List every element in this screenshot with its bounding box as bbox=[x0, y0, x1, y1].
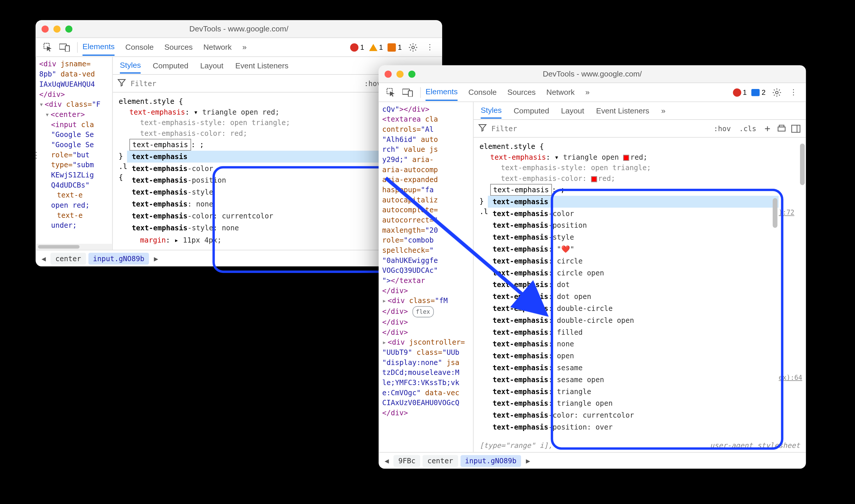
more-menu-icon[interactable]: ⋮ bbox=[422, 39, 437, 55]
type-range-selector: [type="range" i], bbox=[479, 440, 552, 451]
autocomplete-item[interactable]: text-emphasis: filled bbox=[488, 326, 779, 338]
breadcrumb-item[interactable]: center bbox=[51, 252, 86, 264]
breadcrumb-next-icon[interactable]: ▶ bbox=[524, 456, 533, 465]
tab-network[interactable]: Network bbox=[546, 84, 574, 100]
breadcrumb-item[interactable]: center bbox=[423, 455, 458, 467]
autocomplete-item[interactable]: text-emphasis-style bbox=[488, 232, 779, 244]
dom-tree[interactable]: cQv"></div> <textarea cla controls="Al "… bbox=[379, 102, 474, 452]
autocomplete-popup: text-emphasis text-emphasis-color text-e… bbox=[488, 196, 779, 433]
device-toggle-icon[interactable] bbox=[400, 85, 415, 100]
autocomplete-item[interactable]: text-emphasis: circle bbox=[488, 255, 779, 267]
breadcrumb-prev-icon[interactable]: ◀ bbox=[382, 456, 391, 465]
autocomplete-item[interactable]: text-emphasis: circle open bbox=[488, 267, 779, 279]
vertical-scrollbar[interactable] bbox=[800, 144, 805, 185]
issue-badge[interactable]: 1 bbox=[388, 43, 402, 52]
titlebar: DevTools - www.google.com/ bbox=[379, 65, 806, 83]
main-toolbar: Elements Console Sources Network » 1 2 ⋮ bbox=[379, 83, 806, 102]
tabs-more-icon[interactable]: » bbox=[242, 39, 247, 55]
user-agent-stylesheet-label: user-agent stylesheet bbox=[710, 440, 800, 451]
filter-input[interactable] bbox=[129, 78, 358, 88]
tab-sources[interactable]: Sources bbox=[507, 84, 536, 100]
feedback-badge[interactable]: 2 bbox=[751, 88, 765, 96]
error-badge[interactable]: 1 bbox=[733, 88, 747, 96]
tab-sources[interactable]: Sources bbox=[164, 39, 193, 55]
filter-icon bbox=[118, 78, 126, 88]
subtab-event-listeners[interactable]: Event Listeners bbox=[235, 58, 289, 73]
autocomplete-item[interactable]: text-emphasis: dot bbox=[488, 279, 779, 291]
css-property-edit[interactable]: text-emphasis bbox=[490, 184, 552, 196]
autocomplete-item[interactable]: text-emphasis: sesame bbox=[488, 362, 779, 374]
autocomplete-item[interactable]: text-emphasis-position bbox=[488, 220, 779, 232]
source-link[interactable]: ):72 bbox=[779, 208, 800, 218]
traffic-lights bbox=[385, 70, 415, 77]
styles-panel: Styles Computed Layout Event Listeners »… bbox=[474, 102, 806, 452]
autocomplete-item[interactable]: text-emphasis bbox=[488, 196, 779, 208]
autocomplete-item[interactable]: text-emphasis-position: over bbox=[488, 421, 779, 433]
subtab-event-listeners[interactable]: Event Listeners bbox=[596, 103, 649, 118]
filter-icon bbox=[478, 123, 487, 133]
autocomplete-item[interactable]: text-emphasis-color bbox=[488, 208, 779, 220]
inspect-icon[interactable] bbox=[384, 85, 399, 100]
color-swatch-icon[interactable] bbox=[623, 155, 629, 160]
tab-elements[interactable]: Elements bbox=[83, 39, 115, 56]
subtab-layout[interactable]: Layout bbox=[561, 103, 585, 118]
autocomplete-item[interactable]: text-emphasis: none bbox=[488, 338, 779, 350]
breadcrumb-item[interactable]: 9FBc bbox=[394, 455, 421, 467]
more-menu-icon[interactable]: ⋮ bbox=[786, 85, 801, 100]
source-link[interactable]: ex):64 bbox=[779, 373, 800, 383]
window-minimize-icon[interactable] bbox=[396, 70, 404, 77]
autocomplete-item[interactable]: text-emphasis: triangle bbox=[488, 385, 779, 398]
autocomplete-item[interactable]: text-emphasis: triangle open bbox=[488, 398, 779, 410]
subtab-styles[interactable]: Styles bbox=[481, 103, 501, 119]
computed-sidebar-icon[interactable] bbox=[790, 123, 801, 134]
breadcrumb-item[interactable]: input.gNO89b bbox=[88, 252, 149, 264]
warning-badge[interactable]: 1 bbox=[369, 43, 383, 52]
subtab-styles[interactable]: Styles bbox=[120, 58, 141, 74]
window-close-icon[interactable] bbox=[385, 70, 392, 77]
window-maximize-icon[interactable] bbox=[65, 25, 72, 32]
tab-console[interactable]: Console bbox=[468, 84, 497, 100]
subtabs-more-icon[interactable]: » bbox=[661, 103, 665, 118]
breadcrumb-prev-icon[interactable]: ◀ bbox=[39, 254, 48, 263]
autocomplete-item[interactable]: text-emphasis: sesame open bbox=[488, 374, 779, 385]
subtab-layout[interactable]: Layout bbox=[200, 58, 224, 73]
new-rule-button[interactable]: + bbox=[762, 122, 773, 135]
autocomplete-scrollbar[interactable] bbox=[773, 198, 777, 228]
rule-selector[interactable]: element.style { bbox=[479, 141, 800, 152]
autocomplete-item[interactable]: text-emphasis: open bbox=[488, 350, 779, 362]
horizontal-scrollbar[interactable] bbox=[35, 244, 112, 250]
device-toggle-icon[interactable] bbox=[57, 39, 72, 55]
subtab-computed[interactable]: Computed bbox=[514, 103, 549, 118]
error-badge[interactable]: 1 bbox=[350, 43, 364, 52]
filter-input[interactable] bbox=[490, 124, 708, 133]
autocomplete-item[interactable]: text-emphasis: double-circle bbox=[488, 303, 779, 314]
autocomplete-item[interactable]: text-emphasis: double-circle open bbox=[488, 314, 779, 326]
tab-network[interactable]: Network bbox=[203, 39, 232, 55]
print-styles-icon[interactable] bbox=[776, 123, 787, 134]
color-swatch-icon[interactable] bbox=[591, 176, 597, 182]
tab-console[interactable]: Console bbox=[125, 39, 154, 55]
window-maximize-icon[interactable] bbox=[408, 70, 415, 77]
cls-toggle[interactable]: .cls bbox=[737, 123, 759, 134]
breadcrumb-next-icon[interactable]: ▶ bbox=[152, 254, 161, 263]
window-minimize-icon[interactable] bbox=[54, 25, 60, 32]
hov-toggle[interactable]: :hov bbox=[711, 123, 733, 134]
settings-gear-icon[interactable] bbox=[769, 85, 785, 100]
css-property-edit[interactable]: text-emphasis bbox=[129, 139, 191, 151]
svg-point-9 bbox=[776, 91, 778, 94]
autocomplete-item[interactable]: text-emphasis: dot open bbox=[488, 291, 779, 303]
autocomplete-item[interactable]: text-emphasis-color: currentcolor bbox=[488, 410, 779, 421]
autocomplete-item[interactable]: text-emphasis: "❤️" bbox=[488, 243, 779, 255]
tabs-more-icon[interactable]: » bbox=[585, 84, 590, 100]
resize-handle-icon[interactable]: ⋮ bbox=[35, 146, 39, 164]
inspect-icon[interactable] bbox=[40, 39, 56, 55]
breadcrumb-item[interactable]: input.gNO89b bbox=[460, 455, 521, 467]
panel-tabs: Elements Console Sources Network » bbox=[426, 84, 732, 101]
tab-elements[interactable]: Elements bbox=[426, 84, 458, 101]
subtab-computed[interactable]: Computed bbox=[153, 58, 188, 73]
panel-tabs: Elements Console Sources Network » bbox=[83, 39, 349, 56]
devtools-window-right: DevTools - www.google.com/ Elements Cons… bbox=[379, 65, 806, 469]
window-close-icon[interactable] bbox=[41, 25, 49, 32]
dom-tree[interactable]: ⋮ <div jsname= 8pb" data-ved IAxUqWUEAHQ… bbox=[35, 57, 112, 250]
settings-gear-icon[interactable] bbox=[405, 39, 421, 55]
